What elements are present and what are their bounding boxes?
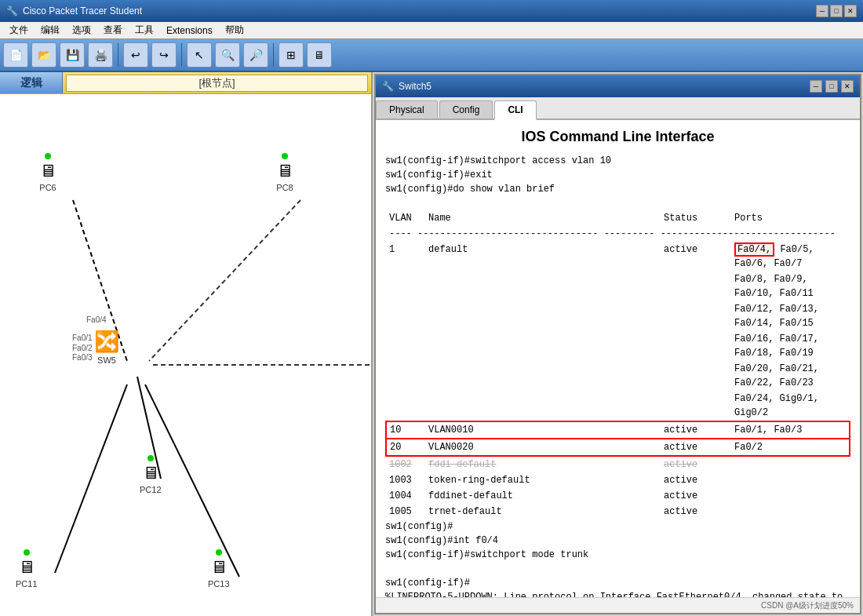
cli-content[interactable]: IOS Command Line Interface sw1(config-if… bbox=[376, 120, 860, 597]
sep1 bbox=[118, 43, 118, 67]
link-light-pc13 bbox=[216, 549, 222, 556]
pc13-label: PC13 bbox=[208, 579, 230, 589]
vlan-row-default-cont3: Fa0/16, Fa0/17, Fa0/18, Fa0/19 bbox=[386, 331, 850, 361]
switch5-window: 🔧 Switch5 ─ □ ✕ Physical Config CLI IOS … bbox=[374, 74, 861, 614]
switch5-icon: 🔀 bbox=[94, 330, 119, 354]
tab-physical[interactable]: Physical bbox=[376, 100, 438, 118]
vlan-header-row: VLAN Name Status Ports bbox=[386, 210, 850, 226]
vlan-row-default-cont5: Fa0/24, Gig0/1, Gig0/2 bbox=[386, 391, 850, 421]
minimize-btn[interactable]: ─ bbox=[816, 5, 828, 17]
window-logo-icon: 🔧 bbox=[382, 81, 394, 92]
vlan-row-default-cont1: Fa0/8, Fa0/9, Fa0/10, Fa0/11 bbox=[386, 272, 850, 301]
sw5-port-fa03: Fa0/3 bbox=[72, 353, 93, 362]
sep3 bbox=[273, 43, 274, 67]
link-light-pc12 bbox=[147, 455, 154, 461]
vlan-row-1002: 1002 fddi-default active bbox=[386, 456, 850, 472]
menu-file[interactable]: 文件 bbox=[3, 22, 35, 38]
panel-header: 逻辑 [根节点] bbox=[0, 72, 371, 94]
maximize-btn[interactable]: □ bbox=[830, 5, 843, 17]
menu-edit[interactable]: 编辑 bbox=[35, 22, 66, 38]
highlighted-fa04: Fa0/4, bbox=[734, 242, 774, 257]
cli-title: IOS Command Line Interface bbox=[385, 126, 850, 148]
toolbar: 📄 📂 💾 🖨️ ↩ ↪ ↖ 🔍 🔎 ⊞ 🖥 bbox=[0, 39, 863, 72]
svg-line-0 bbox=[149, 200, 300, 361]
device-btn[interactable]: 🖥 bbox=[307, 42, 332, 67]
network-canvas[interactable]: 🖥 PC6 🖥 PC8 Fa0/4 Fa0/1 Fa0/2 Fa0/3 🔀 SW… bbox=[0, 94, 371, 616]
vlan-row-10: 10 VLAN0010 active Fa0/1, Fa0/3 bbox=[386, 421, 850, 439]
redo-btn[interactable]: ↪ bbox=[151, 42, 177, 67]
close-btn[interactable]: ✕ bbox=[844, 5, 857, 17]
pc6-label: PC6 bbox=[39, 183, 56, 192]
vlan-row-1004: 1004 fddinet-default active bbox=[386, 488, 850, 504]
new-btn[interactable]: 📄 bbox=[3, 42, 28, 67]
cli-cmd-trunk: sw1(config-if)#switchport mode trunk bbox=[385, 548, 850, 562]
undo-btn[interactable]: ↩ bbox=[123, 42, 148, 67]
title-bar-controls: ─ □ ✕ bbox=[816, 5, 857, 17]
topology-btn[interactable]: ⊞ bbox=[279, 42, 304, 67]
switch5-label: SW5 bbox=[97, 355, 116, 365]
vlan-row-default-cont2: Fa0/12, Fa0/13, Fa0/14, Fa0/15 bbox=[386, 301, 850, 331]
window-title: Switch5 bbox=[399, 81, 432, 92]
device-pc12[interactable]: 🖥 PC12 bbox=[140, 455, 162, 494]
open-btn[interactable]: 📂 bbox=[31, 42, 56, 67]
status-bar: CSDN @A级计划进度50% bbox=[376, 597, 860, 613]
pc12-label: PC12 bbox=[140, 485, 162, 494]
link-light-pc11 bbox=[24, 549, 30, 556]
print-btn[interactable]: 🖨️ bbox=[88, 42, 113, 67]
window-maximize-btn[interactable]: □ bbox=[825, 80, 838, 93]
vlan-row-1005: 1005 trnet-default active bbox=[386, 504, 850, 519]
sw5-port-fa04: Fa0/4 bbox=[86, 315, 107, 324]
zoom-out-btn[interactable]: 🔎 bbox=[243, 42, 268, 67]
zoom-in-btn[interactable]: 🔍 bbox=[215, 42, 240, 67]
pc6-icon: 🖥 bbox=[39, 161, 56, 181]
select-btn[interactable]: ↖ bbox=[187, 42, 212, 67]
cli-lineproto-1: %LINEPROTO-5-UPDOWN: Line protocol on In… bbox=[385, 590, 850, 597]
cli-cmd-int: sw1(config)#int f0/4 bbox=[385, 534, 850, 548]
cli-cmd-2: sw1(config-if)#exit bbox=[385, 168, 850, 182]
app-title-bar: 🔧 Cisco Packet Tracer Student ─ □ ✕ bbox=[0, 0, 863, 22]
vlan-col-id: VLAN bbox=[386, 210, 425, 226]
vlan-col-name: Name bbox=[425, 210, 661, 226]
device-pc6[interactable]: 🖥 PC6 bbox=[39, 153, 56, 192]
tab-config[interactable]: Config bbox=[439, 100, 493, 118]
menu-help[interactable]: 帮助 bbox=[219, 22, 250, 38]
vlan-col-status: Status bbox=[661, 210, 731, 226]
device-pc11[interactable]: 🖥 PC11 bbox=[16, 549, 38, 589]
sw5-port-fa01: Fa0/1 bbox=[72, 334, 93, 342]
pc12-icon: 🖥 bbox=[142, 463, 159, 483]
root-node-label: [根节点] bbox=[66, 75, 368, 92]
vlan-row-default: 1 default active Fa0/4, Fa0/5, Fa0/6, Fa… bbox=[386, 242, 850, 272]
window-title-bar: 🔧 Switch5 ─ □ ✕ bbox=[376, 75, 860, 97]
menu-view[interactable]: 查看 bbox=[97, 22, 129, 38]
save-btn[interactable]: 💾 bbox=[60, 42, 85, 67]
cli-cmd-1: sw1(config-if)#switchport access vlan 10 bbox=[385, 154, 850, 168]
vlan-table-1: VLAN Name Status Ports ---- ------------… bbox=[385, 210, 850, 519]
vlan-row-20: 20 VLAN0020 active Fa0/2 bbox=[386, 439, 850, 456]
vlan-sep-row: ---- -------------------------------- --… bbox=[386, 226, 850, 242]
logic-label: 逻辑 bbox=[0, 72, 63, 93]
sw5-port-fa02: Fa0/2 bbox=[72, 344, 93, 352]
cli-cmd-3: sw1(config)#do show vlan brief bbox=[385, 182, 850, 196]
main-layout: 逻辑 [根节点] 🖥 PC6 bbox=[0, 72, 863, 616]
menu-options[interactable]: 选项 bbox=[66, 22, 97, 38]
cli-prompt-1: sw1(config)# bbox=[385, 519, 850, 534]
device-pc13[interactable]: 🖥 PC13 bbox=[208, 549, 230, 589]
link-light-pc8 bbox=[282, 153, 288, 159]
vlan-row-default-cont4: Fa0/20, Fa0/21, Fa0/22, Fa0/23 bbox=[386, 361, 850, 391]
window-close-btn[interactable]: ✕ bbox=[841, 80, 854, 93]
vlan-row-1003: 1003 token-ring-default active bbox=[386, 472, 850, 488]
cli-prompt-2: sw1(config-if)# bbox=[385, 576, 850, 590]
pc11-label: PC11 bbox=[16, 579, 38, 589]
app-title: Cisco Packet Tracer Student bbox=[23, 5, 142, 16]
tab-cli[interactable]: CLI bbox=[494, 100, 536, 120]
device-pc8[interactable]: 🖥 PC8 bbox=[276, 153, 293, 192]
device-switch5[interactable]: Fa0/4 Fa0/1 Fa0/2 Fa0/3 🔀 SW5 bbox=[94, 330, 119, 365]
menu-bar: 文件 编辑 选项 查看 工具 Extensions 帮助 bbox=[0, 22, 863, 39]
vlan-col-ports: Ports bbox=[731, 210, 850, 226]
menu-tools[interactable]: 工具 bbox=[129, 22, 160, 38]
pc13-icon: 🖥 bbox=[210, 557, 228, 578]
menu-extensions[interactable]: Extensions bbox=[160, 22, 219, 38]
svg-line-2 bbox=[55, 385, 127, 573]
window-minimize-btn[interactable]: ─ bbox=[810, 80, 822, 93]
link-light-pc6 bbox=[45, 153, 51, 159]
